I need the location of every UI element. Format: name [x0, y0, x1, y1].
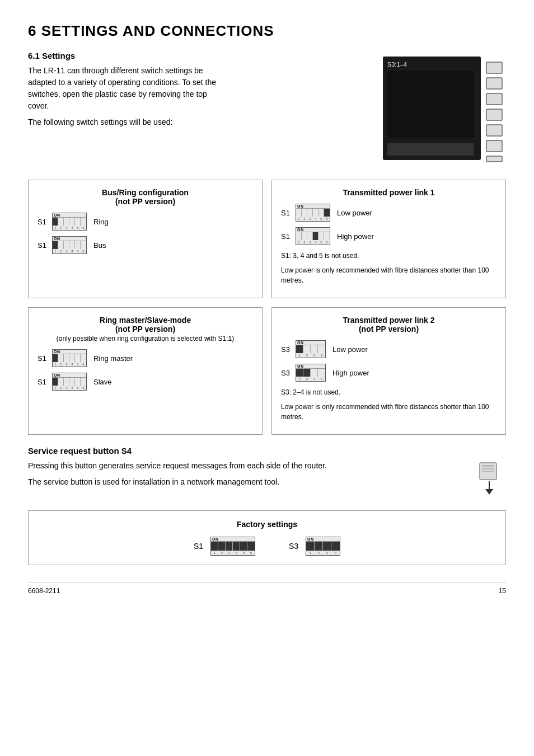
- tp2-low-desc: Low power: [332, 345, 368, 354]
- svg-rect-12: [486, 156, 502, 162]
- svg-marker-18: [485, 489, 493, 495]
- section-6-1-intro: The LR-11 can through different switch s…: [28, 65, 229, 112]
- tp2-high-s3-label: S3: [281, 369, 291, 377]
- ring-master-desc: Ring master: [93, 354, 133, 363]
- ring-s1-label: S1: [38, 218, 48, 226]
- tp2-low-row: S3 ON 1 2 3 4: [281, 340, 496, 358]
- tp1-low-desc: Low power: [337, 209, 372, 217]
- ring-master-box: Ring master/Slave-mode (not PP version) …: [28, 307, 263, 435]
- tp1-high-desc: High power: [337, 232, 374, 241]
- tp1-low-dip: ON 1 2 3 4 5 6: [296, 204, 330, 222]
- slave-row: S1 ON 1 2 3 4: [38, 373, 253, 391]
- tp1-high-dip: ON 1 2 3 4 5 6: [296, 227, 330, 245]
- svg-rect-11: [486, 140, 502, 152]
- service-button-diagram: [472, 460, 506, 499]
- tp2-low-s3-label: S3: [281, 345, 291, 354]
- bus-ring-bus-row: S1 ON 1 2 3 4: [38, 236, 253, 254]
- tp1-low-row: S1 ON 1 2 3 4: [281, 204, 496, 222]
- tp2-note1: S3: 2–4 is not used.: [281, 387, 496, 397]
- bus-ring-ring-row: S1 ON 1 2 3 4: [38, 213, 253, 231]
- slave-s1-label: S1: [38, 378, 48, 386]
- page-title: 6 SETTINGS AND CONNECTIONS: [28, 22, 506, 40]
- bus-description: Bus: [93, 241, 106, 250]
- tp2-low-dip: ON 1 2 3 4: [296, 340, 326, 358]
- switch-grid: Bus/Ring configuration (not PP version) …: [28, 180, 506, 435]
- transmitted-power-2-title: Transmitted power link 2 (not PP version…: [281, 316, 496, 334]
- ring-dip-switch: ON 1 2 3 4 5 6: [52, 213, 87, 231]
- service-button-svg: [474, 460, 505, 499]
- tp1-high-s1-label: S1: [281, 232, 291, 241]
- page-footer: 6608-2211 15: [28, 582, 506, 595]
- tp1-high-row: S1 ON 1 2 3 4: [281, 227, 496, 245]
- svg-text:S3:1–4: S3:1–4: [387, 61, 407, 68]
- device-diagram: S3:1–4 S4 S1:1–6: [246, 51, 506, 168]
- slave-dip: ON 1 2 3 4 5 6: [52, 373, 87, 391]
- factory-settings-row: S1 ON 1 2 3 4: [40, 537, 494, 556]
- svg-rect-5: [387, 143, 474, 156]
- bus-ring-box: Bus/Ring configuration (not PP version) …: [28, 180, 263, 298]
- factory-s3-label: S3: [289, 542, 301, 551]
- service-title: Service request button S4: [28, 446, 506, 456]
- service-section: Service request button S4 Pressing this …: [28, 446, 506, 499]
- ring-master-dip: ON 1 2 3 4 5 6: [52, 349, 87, 367]
- service-para1: Pressing this button generates service r…: [28, 460, 456, 472]
- tp2-high-dip: ON 1 2 3 4: [296, 364, 326, 382]
- factory-settings-title: Factory settings: [40, 520, 494, 529]
- factory-s1-row: S1 ON 1 2 3 4: [194, 537, 255, 556]
- tp2-note2: Low power is only recommended with fibre…: [281, 402, 496, 422]
- service-para2: The service button is used for installat…: [28, 476, 456, 488]
- section-6-1-title: 6.1 Settings: [28, 51, 229, 60]
- svg-rect-6: [486, 62, 502, 73]
- device-svg: S3:1–4 S4 S1:1–6: [383, 51, 506, 168]
- svg-rect-10: [486, 125, 502, 136]
- factory-s1-label: S1: [194, 542, 206, 551]
- tp2-high-desc: High power: [332, 369, 369, 377]
- factory-s3-row: S3 ON 1 2 3 4: [289, 537, 340, 556]
- tp2-high-row: S3 ON 1 2 3 4: [281, 364, 496, 382]
- bus-dip-switch: ON 1 2 3 4 5 6: [52, 236, 87, 254]
- ring-master-row: S1 ON 1 2 3 4: [38, 349, 253, 367]
- svg-rect-16: [482, 471, 494, 472]
- footer-left: 6608-2211: [28, 587, 60, 595]
- tp1-low-s1-label: S1: [281, 209, 291, 217]
- svg-rect-2: [387, 71, 474, 138]
- section-6-1-following: The following switch settings will be us…: [28, 116, 229, 128]
- tp1-note1: S1: 3, 4 and 5 is not used.: [281, 251, 496, 261]
- svg-rect-9: [486, 109, 502, 120]
- ring-description: Ring: [93, 218, 109, 226]
- factory-s1-dip: ON 1 2 3 4 5 6: [210, 537, 255, 556]
- transmitted-power-1-box: Transmitted power link 1 S1 ON 1: [271, 180, 506, 298]
- transmitted-power-2-box: Transmitted power link 2 (not PP version…: [271, 307, 506, 435]
- svg-rect-15: [482, 468, 494, 469]
- ring-master-title: Ring master/Slave-mode (not PP version) …: [38, 316, 253, 342]
- ring-master-s1-label: S1: [38, 354, 48, 363]
- factory-settings-box: Factory settings S1 ON 1: [28, 510, 506, 565]
- svg-rect-8: [486, 93, 502, 105]
- bus-s1-label: S1: [38, 241, 48, 250]
- transmitted-power-1-title: Transmitted power link 1: [281, 188, 496, 197]
- tp1-note2: Low power is only recommended with fibre…: [281, 265, 496, 285]
- factory-s3-dip: ON 1 2 3 4: [306, 537, 340, 556]
- svg-rect-14: [482, 465, 494, 467]
- footer-right: 15: [499, 587, 506, 595]
- slave-desc: Slave: [93, 378, 112, 386]
- bus-ring-title: Bus/Ring configuration (not PP version): [38, 188, 253, 206]
- svg-rect-7: [486, 78, 502, 89]
